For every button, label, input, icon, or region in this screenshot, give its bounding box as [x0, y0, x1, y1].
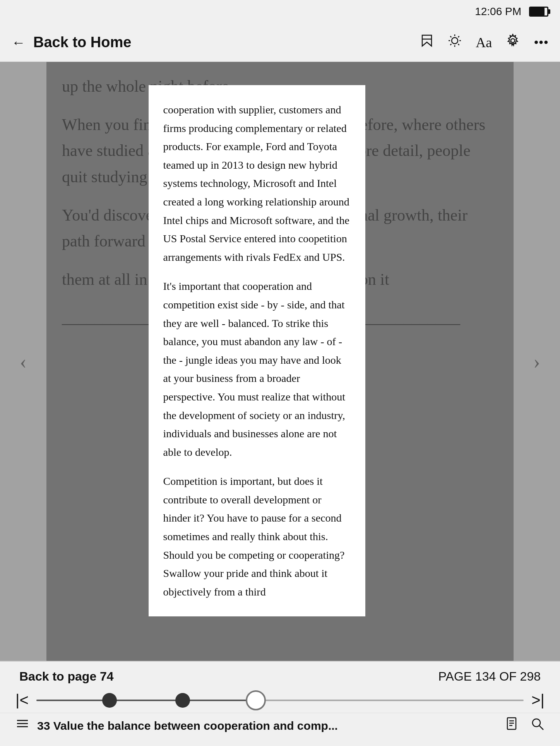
- chapter-title: 33 Value the balance between cooperation…: [15, 717, 505, 734]
- status-bar: 12:06 PM: [0, 0, 560, 23]
- top-nav: ← Back to Home Aa: [0, 23, 560, 62]
- reading-area: up the whole night before. When you find…: [0, 62, 560, 661]
- svg-line-8: [458, 36, 459, 38]
- footer-icons: [505, 717, 545, 734]
- page-indicator: PAGE 134 OF 298: [438, 669, 541, 684]
- slider-thumb-mid[interactable]: [175, 693, 190, 708]
- svg-point-1: [452, 38, 458, 44]
- search-icon[interactable]: [531, 717, 545, 734]
- slider-skip-start-button[interactable]: |<: [15, 691, 29, 709]
- battery-fill: [530, 8, 545, 15]
- back-to-home-button[interactable]: Back to Home: [33, 34, 131, 51]
- list-icon[interactable]: [15, 717, 29, 734]
- back-arrow-icon[interactable]: ←: [12, 34, 26, 51]
- svg-line-7: [458, 44, 459, 45]
- popup-overlay: cooperation with supplier, customers and…: [0, 62, 560, 661]
- nav-right: Aa •••: [420, 34, 548, 51]
- popup-para2: It's important that cooperation and comp…: [163, 277, 351, 461]
- slider-thumb-current[interactable]: [246, 690, 266, 710]
- bottom-footer: 33 Value the balance between cooperation…: [0, 713, 560, 738]
- svg-line-6: [450, 36, 452, 38]
- popup-para1: cooperation with supplier, customers and…: [163, 101, 351, 266]
- svg-point-10: [511, 39, 515, 43]
- slider-skip-end-button[interactable]: >|: [531, 691, 545, 709]
- popup-para3: Competition is important, but does it co…: [163, 472, 351, 601]
- slider-track[interactable]: [36, 700, 524, 701]
- settings-icon[interactable]: [506, 34, 520, 51]
- svg-point-18: [533, 719, 540, 727]
- nav-left: ← Back to Home: [12, 34, 131, 51]
- bookmark-icon[interactable]: [420, 34, 434, 51]
- popup-box: cooperation with supplier, customers and…: [149, 85, 365, 616]
- back-to-page-button[interactable]: Back to page 74: [19, 669, 114, 684]
- slider-container: |< >|: [0, 688, 560, 713]
- brightness-icon[interactable]: [448, 34, 462, 51]
- more-icon[interactable]: •••: [534, 34, 548, 51]
- slider-progress: [36, 700, 256, 701]
- bottom-bar: Back to page 74 PAGE 134 OF 298 |< >| 33…: [0, 661, 560, 746]
- battery-icon: [529, 7, 548, 17]
- slider-thumb-start[interactable]: [102, 693, 117, 708]
- status-time: 12:06 PM: [475, 5, 521, 18]
- font-icon[interactable]: Aa: [476, 34, 492, 51]
- svg-line-19: [539, 726, 543, 730]
- svg-line-9: [450, 44, 452, 45]
- document-icon[interactable]: [505, 717, 519, 734]
- chapter-title-text: 33 Value the balance between cooperation…: [37, 719, 338, 732]
- bottom-bar-top: Back to page 74 PAGE 134 OF 298: [0, 662, 560, 688]
